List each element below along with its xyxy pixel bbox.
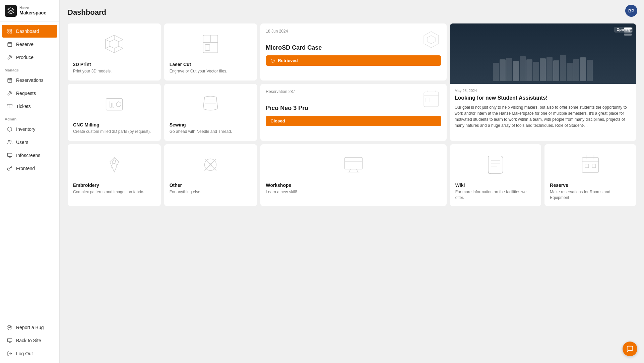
card-cnc-milling[interactable]: CNC Milling Create custom milled 3D part…	[68, 84, 161, 141]
brand-bottom: Makerspace	[19, 10, 46, 16]
sidebar-item-inventory-label: Inventory	[16, 126, 36, 132]
sidebar-item-produce-label: Produce	[16, 55, 34, 60]
news-title: Looking for new Student Assistants!	[455, 95, 631, 102]
monitor-icon	[7, 152, 13, 158]
admin-section-label: Admin	[0, 113, 59, 122]
key-icon	[7, 165, 13, 171]
card-embroidery[interactable]: Embroidery Complex patterns and images o…	[68, 144, 161, 206]
svg-rect-55	[345, 157, 363, 169]
svg-point-13	[8, 140, 10, 142]
card-job-microsd[interactable]: 18 Jun 2024 MicroSD Card Case Retrieved	[260, 23, 446, 81]
card-wiki-desc: For more information on the facilities w…	[455, 189, 536, 201]
chat-icon	[626, 345, 634, 353]
card-workshops-title: Workshops	[266, 183, 441, 188]
user-avatar[interactable]: BP	[625, 5, 637, 17]
card-job-pico[interactable]: Reservation 287 Pico Neo 3 Pro Closed	[260, 84, 446, 141]
log-out-icon	[7, 351, 13, 357]
svg-line-26	[119, 46, 123, 48]
other-icon	[170, 150, 252, 180]
sidebar-item-produce[interactable]: Produce	[2, 51, 57, 64]
sidebar-item-tickets[interactable]: Tickets	[2, 100, 57, 113]
3d-print-icon	[73, 29, 155, 59]
sidebar: Hanze Makerspace Dashboard Reserve Produ…	[0, 0, 60, 363]
manage-section-label: Manage	[0, 64, 59, 73]
users-icon	[7, 139, 13, 145]
sidebar-bottom: Report a Bug Back to Site Log Out	[0, 318, 59, 363]
svg-rect-67	[585, 164, 589, 168]
sidebar-item-frontend[interactable]: Frontend	[2, 162, 57, 175]
job-microsd-date: 18 Jun 2024	[266, 29, 441, 34]
embroidery-icon	[73, 150, 155, 180]
sidebar-item-requests[interactable]: Requests	[2, 87, 57, 100]
news-dot-3	[624, 34, 632, 36]
logo: Hanze Makerspace	[0, 0, 59, 22]
card-reserve[interactable]: Reserve Make reservations for Rooms and …	[544, 144, 636, 206]
main-content: Dashboard 3D Print Print your 3D models.	[60, 0, 644, 363]
svg-rect-63	[582, 157, 598, 173]
news-photo	[450, 23, 636, 84]
svg-rect-4	[8, 43, 12, 47]
back-to-site-icon	[7, 338, 13, 344]
svg-rect-8	[8, 79, 12, 83]
sidebar-item-inventory[interactable]: Inventory	[2, 123, 57, 136]
svg-rect-36	[106, 99, 122, 110]
job-microsd-icon-container	[421, 29, 441, 50]
wiki-icon	[455, 150, 536, 180]
job-microsd-status: Retrieved	[266, 55, 441, 66]
card-other-desc: For anything else.	[170, 189, 252, 195]
box-icon	[7, 126, 13, 132]
ticket-icon	[7, 103, 13, 109]
sidebar-item-frontend-label: Frontend	[16, 166, 35, 171]
svg-rect-3	[10, 32, 12, 33]
bottom-right-cards: Wiki For more information on the facilit…	[450, 144, 636, 206]
svg-point-37	[116, 102, 121, 107]
news-body: May 28, 2024 Looking for new Student Ass…	[450, 84, 636, 133]
svg-line-25	[106, 40, 110, 42]
card-reserve-title: Reserve	[550, 183, 631, 188]
svg-point-17	[9, 326, 10, 327]
card-other-title: Other	[170, 183, 252, 188]
card-3d-print-title: 3D Print	[73, 62, 155, 67]
sidebar-item-dashboard[interactable]: Dashboard	[2, 25, 57, 38]
card-3d-print[interactable]: 3D Print Print your 3D models.	[68, 23, 161, 81]
card-sewing[interactable]: Sewing Go ahead with Needle and Thread.	[164, 84, 257, 141]
svg-line-57	[349, 169, 350, 172]
job-pico-icon-container	[421, 89, 441, 111]
sidebar-item-report-bug[interactable]: Report a Bug	[2, 321, 57, 334]
card-wiki[interactable]: Wiki For more information on the facilit…	[450, 144, 541, 206]
bug-icon	[7, 324, 13, 330]
card-cnc-desc: Create custom milled 3D parts (by reques…	[73, 129, 155, 135]
news-pagination	[624, 28, 632, 36]
job-pico-status: Closed	[266, 116, 441, 126]
svg-marker-34	[427, 36, 435, 44]
card-news[interactable]: Opening May 28, 2024 Looking for new Stu…	[450, 23, 636, 141]
svg-line-27	[106, 46, 110, 48]
reserve-icon	[550, 150, 631, 180]
sidebar-item-reservations[interactable]: Reservations	[2, 74, 57, 87]
chat-button[interactable]	[623, 342, 637, 356]
svg-line-40	[216, 97, 218, 109]
svg-marker-22	[110, 40, 119, 48]
calendar-icon	[7, 41, 13, 47]
sidebar-item-reserve[interactable]: Reserve	[2, 38, 57, 51]
card-laser-cut[interactable]: Laser Cut Engrave or Cut your Vector fil…	[164, 23, 257, 81]
sidebar-item-back-to-site[interactable]: Back to Site	[2, 334, 57, 347]
job-microsd-title: MicroSD Card Case	[266, 44, 441, 51]
sidebar-item-users[interactable]: Users	[2, 136, 57, 149]
card-cnc-title: CNC Milling	[73, 122, 155, 127]
svg-rect-47	[426, 98, 430, 102]
brand-top: Hanze	[19, 6, 46, 10]
news-text: Our goal is not just only to help visiti…	[455, 104, 631, 128]
page-title: Dashboard	[68, 8, 636, 17]
sidebar-item-log-out-label: Log Out	[16, 351, 33, 356]
sidebar-item-reserve-label: Reserve	[16, 42, 34, 47]
sidebar-item-log-out[interactable]: Log Out	[2, 347, 57, 360]
calendar-check-icon	[7, 77, 13, 83]
card-workshops[interactable]: Workshops Learn a new skill!	[260, 144, 446, 206]
svg-rect-68	[592, 164, 596, 168]
sidebar-item-infoscreens[interactable]: Infoscreens	[2, 149, 57, 162]
card-other[interactable]: Other For anything else.	[164, 144, 257, 206]
job-pico-title: Pico Neo 3 Pro	[266, 105, 441, 112]
card-wiki-title: Wiki	[455, 183, 536, 188]
laser-cut-icon	[170, 29, 252, 59]
